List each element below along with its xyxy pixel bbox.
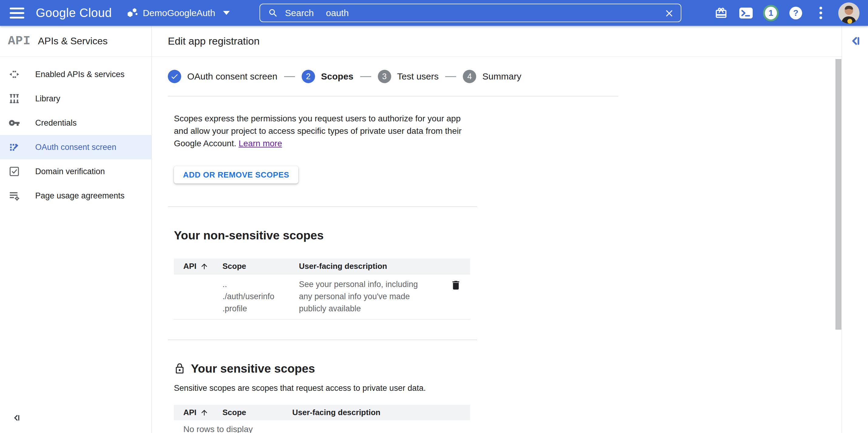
collapse-panel-icon[interactable] bbox=[848, 34, 863, 50]
step-test-users[interactable]: 3 Test users bbox=[378, 70, 439, 83]
non-sensitive-scopes-title: Your non-sensitive scopes bbox=[174, 228, 842, 243]
divider bbox=[168, 340, 477, 340]
sidebar-item-page-usage-agreements[interactable]: Page usage agreements bbox=[0, 184, 151, 208]
table-header: API Scope User-facing description bbox=[174, 405, 470, 420]
column-api: API bbox=[183, 408, 196, 417]
page-title: Edit app registration bbox=[168, 35, 259, 47]
sidebar-item-enabled-apis[interactable]: Enabled APIs & services bbox=[0, 62, 151, 87]
sidebar-item-label: Credentials bbox=[35, 118, 77, 128]
google-cloud-logo[interactable]: Google Cloud bbox=[36, 6, 112, 20]
row-scope: .. ./auth/userinfo .profile bbox=[222, 278, 299, 315]
list-gear-icon bbox=[8, 190, 20, 202]
checkbox-icon bbox=[8, 166, 20, 177]
more-options-icon[interactable] bbox=[813, 7, 829, 19]
right-rail bbox=[842, 26, 868, 433]
sidebar-item-domain-verification[interactable]: Domain verification bbox=[0, 159, 151, 184]
main-content: OAuth consent screen 2 Scopes 3 Test use… bbox=[152, 57, 842, 433]
table-header: API Scope User-facing description bbox=[174, 258, 470, 274]
learn-more-link[interactable]: Learn more bbox=[239, 139, 282, 148]
side-nav: Enabled APIs & services Library Credenti… bbox=[0, 57, 152, 433]
notifications-badge[interactable]: 1 bbox=[763, 5, 779, 21]
key-icon bbox=[8, 117, 20, 129]
sensitive-scopes-title: Your sensitive scopes bbox=[174, 361, 842, 376]
clear-search-icon[interactable] bbox=[664, 8, 675, 19]
sort-ascending-icon[interactable] bbox=[200, 262, 209, 271]
delete-scope-icon[interactable] bbox=[450, 279, 462, 315]
avatar[interactable] bbox=[838, 2, 860, 24]
lock-icon bbox=[174, 363, 185, 374]
project-hexagons-icon bbox=[127, 7, 138, 20]
menu-icon[interactable] bbox=[10, 8, 24, 19]
product-block: API APIs & Services bbox=[0, 26, 152, 57]
project-selector[interactable]: DemoGoogleAuth bbox=[127, 7, 230, 20]
cloud-shell-icon[interactable] bbox=[738, 7, 754, 19]
column-scope: Scope bbox=[222, 261, 299, 271]
api-product-logo: API bbox=[8, 34, 31, 48]
table-row: .. ./auth/userinfo .profile See your per… bbox=[174, 274, 470, 319]
help-icon[interactable]: ? bbox=[788, 7, 804, 20]
step-done-check-icon bbox=[168, 70, 181, 83]
sidebar-item-library[interactable]: Library bbox=[0, 87, 151, 111]
step-oauth-consent-screen[interactable]: OAuth consent screen bbox=[168, 70, 277, 83]
column-description: User-facing description bbox=[299, 261, 450, 271]
non-sensitive-scopes-table: API Scope User-facing description .. ./a… bbox=[174, 258, 470, 319]
column-api: API bbox=[183, 261, 196, 271]
oauth-consent-icon bbox=[8, 142, 20, 153]
empty-table-message: No rows to display bbox=[174, 420, 470, 433]
sidebar-item-credentials[interactable]: Credentials bbox=[0, 111, 151, 135]
column-description: User-facing description bbox=[292, 408, 470, 417]
sensitive-scopes-subtitle: Sensitive scopes are scopes that request… bbox=[174, 383, 842, 393]
search-label: Search bbox=[285, 8, 314, 18]
column-scope: Scope bbox=[222, 408, 292, 417]
row-description: See your personal info, including any pe… bbox=[299, 278, 450, 315]
search-input[interactable]: Search oauth bbox=[259, 4, 681, 22]
sidebar-item-oauth-consent-screen[interactable]: OAuth consent screen bbox=[0, 135, 151, 159]
step-summary[interactable]: 4 Summary bbox=[463, 70, 521, 83]
step-separator bbox=[360, 76, 371, 77]
step-separator bbox=[284, 76, 295, 77]
divider bbox=[168, 96, 618, 96]
search-query: oauth bbox=[326, 8, 349, 18]
stepper: OAuth consent screen 2 Scopes 3 Test use… bbox=[168, 70, 842, 83]
collapse-sidebar-icon[interactable] bbox=[11, 412, 22, 425]
app-bar-actions: 1 ? bbox=[704, 0, 868, 26]
scopes-intro-text: Scopes express the permissions you reque… bbox=[174, 112, 474, 150]
sidebar-item-label: Library bbox=[35, 94, 60, 103]
scrollbar-thumb[interactable] bbox=[836, 59, 841, 330]
add-or-remove-scopes-button[interactable]: ADD OR REMOVE SCOPES bbox=[174, 166, 298, 184]
product-title: APIs & Services bbox=[38, 35, 107, 47]
notification-count: 1 bbox=[763, 5, 779, 21]
sensitive-scopes-table: API Scope User-facing description No row… bbox=[174, 405, 470, 433]
sidebar-item-label: Enabled APIs & services bbox=[35, 70, 124, 79]
project-name: DemoGoogleAuth bbox=[143, 8, 215, 18]
library-icon bbox=[8, 93, 20, 104]
step-scopes[interactable]: 2 Scopes bbox=[302, 70, 353, 83]
search-icon bbox=[268, 8, 278, 18]
sidebar-item-label: Page usage agreements bbox=[35, 191, 124, 200]
page-header: API APIs & Services Edit app registratio… bbox=[0, 26, 842, 57]
sidebar-item-label: Domain verification bbox=[35, 167, 105, 176]
free-trial-gift-icon[interactable] bbox=[713, 7, 729, 20]
enabled-apis-icon bbox=[8, 69, 20, 80]
app-bar: Google Cloud DemoGoogleAuth Search oauth bbox=[0, 0, 868, 26]
sort-ascending-icon[interactable] bbox=[200, 408, 209, 417]
step-separator bbox=[445, 76, 456, 77]
chevron-down-icon bbox=[223, 11, 230, 15]
divider bbox=[168, 206, 477, 207]
row-api bbox=[174, 278, 222, 315]
sidebar-item-label: OAuth consent screen bbox=[35, 143, 116, 152]
